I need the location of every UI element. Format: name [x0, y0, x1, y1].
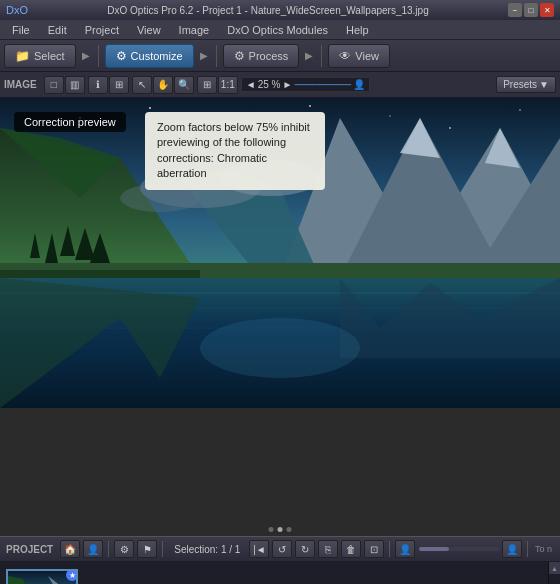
menu-view[interactable]: View: [129, 22, 169, 38]
process-label: Process: [249, 50, 289, 62]
actual-size-btn[interactable]: 1:1: [218, 76, 238, 94]
close-button[interactable]: ✕: [540, 3, 554, 17]
process-icon: ⚙: [234, 49, 245, 63]
proj-person-btn[interactable]: 👤: [83, 540, 103, 558]
proj-home-btn[interactable]: 🏠: [60, 540, 80, 558]
thumbnail-wrapper: ★: [6, 569, 78, 584]
split-view-btn[interactable]: ▥: [65, 76, 85, 94]
process-button[interactable]: ⚙ Process: [223, 44, 300, 68]
proj-person3-btn[interactable]: 👤: [502, 540, 522, 558]
minimize-button[interactable]: −: [508, 3, 522, 17]
zoom-out-icon: ◄: [246, 79, 256, 90]
filmstrip-item-1[interactable]: ★ Nature_Wi...: [6, 569, 78, 584]
project-label: PROJECT: [6, 544, 53, 555]
process-arrow: ▶: [303, 50, 315, 61]
svg-point-7: [519, 109, 521, 111]
presets-label: Presets: [503, 79, 537, 90]
dot-1: [269, 527, 274, 532]
view-icon: 👁: [339, 49, 351, 63]
customize-arrow: ▶: [198, 50, 210, 61]
fit-group: ⊞ 1:1: [197, 76, 238, 94]
customize-button[interactable]: ⚙ Customize: [105, 44, 194, 68]
zoom-tool[interactable]: 🔍: [174, 76, 194, 94]
customize-label: Customize: [131, 50, 183, 62]
customize-icon: ⚙: [116, 49, 127, 63]
zoom-slider[interactable]: ────────: [294, 79, 351, 90]
svg-point-2: [149, 107, 151, 109]
menu-bar: File Edit Project View Image DxO Optics …: [0, 20, 560, 40]
info-btn[interactable]: ℹ: [88, 76, 108, 94]
proj-sep-4: [527, 541, 528, 557]
zoom-value: 25 %: [258, 79, 281, 90]
window-controls: − □ ✕: [508, 3, 554, 17]
presets-arrow-icon: ▼: [539, 79, 549, 90]
select-button[interactable]: 📁 Select: [4, 44, 76, 68]
view-mode-group: □ ▥: [44, 76, 85, 94]
zoom-person-icon: 👤: [353, 79, 365, 90]
proj-sep-1: [108, 541, 109, 557]
zoom-control: ◄ 25 % ► ──────── 👤: [241, 77, 370, 92]
proj-redo-btn[interactable]: ↻: [295, 540, 315, 558]
app-icon: DxO: [6, 4, 28, 16]
dot-3: [287, 527, 292, 532]
image-container: Correction preview Zoom factors below 75…: [0, 98, 560, 536]
svg-point-32: [200, 318, 360, 378]
proj-delete-btn[interactable]: 🗑: [341, 540, 361, 558]
proj-person2-btn[interactable]: 👤: [395, 540, 415, 558]
dot-2: [278, 527, 283, 532]
svg-point-6: [449, 127, 451, 129]
window-title: DxO Optics Pro 6.2 - Project 1 - Nature_…: [107, 5, 428, 16]
proj-export-btn[interactable]: ⊡: [364, 540, 384, 558]
project-bar: PROJECT 🏠 👤 ⚙ ⚑ Selection: 1 / 1 |◄ ↺ ↻ …: [0, 536, 560, 562]
toolbar-sep-3: [321, 45, 322, 67]
scroll-track: [418, 547, 499, 551]
hand-tool[interactable]: ✋: [153, 76, 173, 94]
content-area: Correction preview Zoom factors below 75…: [0, 98, 560, 584]
svg-point-4: [309, 105, 311, 107]
selection-text: Selection: 1 / 1: [168, 544, 246, 555]
proj-flag-btn[interactable]: ⚑: [137, 540, 157, 558]
menu-edit[interactable]: Edit: [40, 22, 75, 38]
progress-dots: [269, 527, 292, 532]
proj-sep-3: [389, 541, 390, 557]
filmstrip-scrollbar: ▲ ▼: [548, 562, 560, 584]
fit-btn[interactable]: ⊞: [197, 76, 217, 94]
scroll-right-label: To n: [533, 544, 554, 554]
view-label: View: [355, 50, 379, 62]
thumb-badge: ★: [66, 569, 78, 581]
info-group: ℹ ⊞: [88, 76, 129, 94]
zoom-tooltip: Zoom factors below 75% inhibit previewin…: [145, 112, 325, 190]
menu-project[interactable]: Project: [77, 22, 127, 38]
filmstrip: ★ Nature_Wi... ▲ ▼: [0, 562, 560, 584]
select-arrow: ▶: [80, 50, 92, 61]
view-button[interactable]: 👁 View: [328, 44, 390, 68]
select-icon: 📁: [15, 49, 30, 63]
toolbar-sep-2: [216, 45, 217, 67]
menu-help[interactable]: Help: [338, 22, 377, 38]
scroll-up-btn[interactable]: ▲: [549, 562, 560, 574]
proj-first-btn[interactable]: |◄: [249, 540, 269, 558]
menu-file[interactable]: File: [4, 22, 38, 38]
image-toolbar-label: IMAGE: [4, 79, 37, 90]
cursor-tool[interactable]: ↖: [132, 76, 152, 94]
svg-point-5: [389, 115, 391, 117]
single-view-btn[interactable]: □: [44, 76, 64, 94]
nav-tools: ↖ ✋ 🔍: [132, 76, 194, 94]
maximize-button[interactable]: □: [524, 3, 538, 17]
menu-dxo-modules[interactable]: DxO Optics Modules: [219, 22, 336, 38]
main-toolbar: 📁 Select ▶ ⚙ Customize ▶ ⚙ Process ▶ 👁 V…: [0, 40, 560, 72]
title-bar: DxO DxO Optics Pro 6.2 - Project 1 - Nat…: [0, 0, 560, 20]
zoom-in-icon: ►: [282, 79, 292, 90]
select-label: Select: [34, 50, 65, 62]
grid-btn[interactable]: ⊞: [109, 76, 129, 94]
proj-undo-btn[interactable]: ↺: [272, 540, 292, 558]
proj-settings-btn[interactable]: ⚙: [114, 540, 134, 558]
correction-preview-label: Correction preview: [14, 112, 126, 132]
image-toolbar: IMAGE □ ▥ ℹ ⊞ ↖ ✋ 🔍 ⊞ 1:1 ◄ 25 % ► ─────…: [0, 72, 560, 98]
toolbar-sep-1: [98, 45, 99, 67]
menu-image[interactable]: Image: [171, 22, 218, 38]
presets-button[interactable]: Presets ▼: [496, 76, 556, 93]
proj-copy-btn[interactable]: ⎘: [318, 540, 338, 558]
proj-sep-2: [162, 541, 163, 557]
